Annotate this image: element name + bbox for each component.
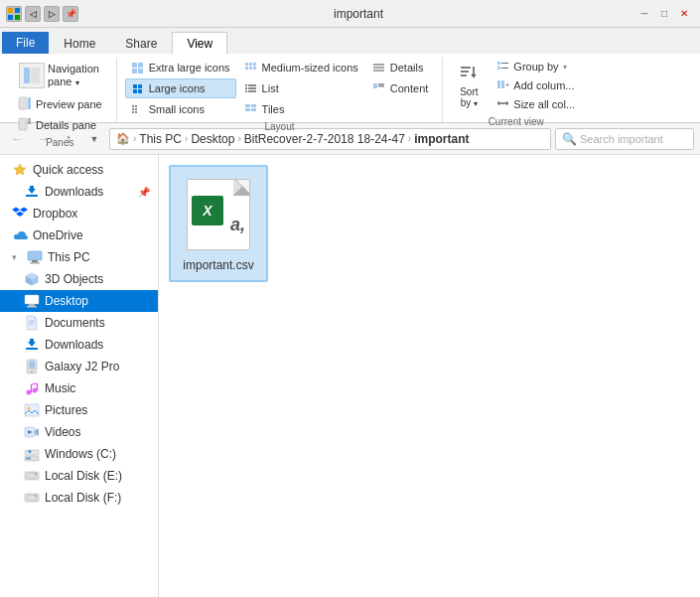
svg-marker-88: [35, 428, 39, 436]
extra-large-icons-btn[interactable]: Extra large icons: [125, 58, 236, 77]
medium-icon: [244, 61, 258, 75]
search-box[interactable]: 🔍 Search important: [555, 128, 694, 150]
sidebar-item-documents[interactable]: Documents: [0, 312, 158, 334]
forward-icon[interactable]: ▷: [44, 6, 60, 22]
svg-rect-47: [378, 85, 384, 87]
tab-share[interactable]: Share: [110, 32, 172, 54]
sidebar-item-galaxy[interactable]: Galaxy J2 Pro: [0, 356, 158, 377]
galaxy-label: Galaxy J2 Pro: [45, 360, 119, 373]
sidebar-item-downloads-pinned[interactable]: Downloads 📌: [0, 181, 158, 203]
breadcrumb-desktop[interactable]: Desktop: [191, 132, 234, 146]
details-label: Details: [390, 62, 424, 74]
svg-point-78: [31, 372, 33, 373]
sidebar-item-3d-objects[interactable]: 3D Objects: [0, 268, 158, 290]
tab-home[interactable]: Home: [49, 32, 110, 54]
svg-rect-75: [26, 348, 38, 350]
list-btn[interactable]: List: [238, 78, 364, 98]
svg-rect-60: [26, 195, 38, 197]
local-f-icon: [24, 490, 40, 506]
svg-rect-91: [26, 458, 31, 460]
medium-icons-btn[interactable]: Medium-sized icons: [238, 58, 364, 77]
svg-point-80: [27, 390, 32, 395]
3d-objects-label: 3D Objects: [45, 272, 103, 286]
svg-rect-26: [245, 63, 248, 66]
svg-rect-13: [138, 63, 143, 68]
tab-view[interactable]: View: [172, 32, 227, 55]
nav-pane-label2: pane ▾: [48, 75, 79, 88]
svg-rect-27: [249, 63, 252, 66]
svg-rect-15: [138, 69, 143, 74]
size-all-btn[interactable]: Size all col...: [490, 95, 581, 113]
details-pane-label: Details pane: [36, 119, 96, 131]
sidebar-item-onedrive[interactable]: OneDrive: [0, 224, 158, 246]
svg-rect-4: [24, 68, 30, 83]
sidebar-item-downloads[interactable]: Downloads: [0, 334, 158, 356]
add-columns-icon: +: [496, 79, 509, 91]
svg-rect-92: [25, 450, 39, 455]
minimize-btn[interactable]: ─: [634, 6, 654, 22]
svg-rect-85: [25, 404, 39, 416]
window-title: important: [86, 7, 630, 21]
sidebar-item-desktop[interactable]: Desktop: [0, 290, 158, 312]
svg-rect-1: [15, 8, 20, 13]
svg-point-81: [33, 388, 38, 393]
small-icons-btn[interactable]: Small icons: [125, 99, 236, 119]
sidebar-item-this-pc[interactable]: ▾ This PC: [0, 246, 158, 268]
windows-c-label: Windows (C:): [45, 447, 116, 461]
group-by-btn[interactable]: Group by ▾: [490, 58, 581, 75]
sidebar-item-quick-access[interactable]: Quick access: [0, 159, 158, 181]
svg-point-95: [35, 473, 37, 475]
file-item-important-csv[interactable]: X a, important.csv: [169, 165, 268, 282]
nav-pane-label: Navigation: [48, 63, 99, 75]
sidebar-item-dropbox[interactable]: Dropbox: [0, 203, 158, 224]
back-icon[interactable]: ◁: [25, 6, 41, 22]
svg-rect-23: [135, 108, 137, 110]
navigation-pane-btn[interactable]: Navigation pane ▾: [12, 58, 106, 93]
sidebar-item-local-e[interactable]: Local Disk (E:): [0, 465, 158, 487]
svg-rect-29: [245, 67, 248, 70]
large-icons-btn[interactable]: Large icons: [125, 78, 236, 98]
music-icon: [24, 380, 40, 396]
tab-file[interactable]: File: [2, 32, 49, 54]
svg-rect-7: [28, 97, 31, 109]
svg-rect-56: [501, 80, 504, 88]
sidebar-item-pictures[interactable]: Pictures: [0, 399, 158, 421]
svg-marker-61: [28, 186, 36, 194]
breadcrumb-important[interactable]: important: [414, 132, 469, 146]
local-e-icon: [24, 468, 40, 484]
ribbon-group-current-view: Sortby ▾ Group by ▾ + Add colum.: [443, 58, 589, 122]
breadcrumb-bitrecover[interactable]: BitRecover-2-7-2018 18-24-47: [244, 132, 405, 146]
extra-large-icon: [131, 61, 145, 75]
documents-icon: [24, 315, 40, 331]
downloads-icon: [24, 337, 40, 353]
sort-by-btn[interactable]: Sortby ▾: [451, 58, 487, 114]
maximize-btn[interactable]: □: [654, 6, 674, 22]
content-btn[interactable]: Content: [366, 78, 435, 98]
small-icons-icon: [131, 102, 145, 116]
close-btn[interactable]: ✕: [674, 6, 694, 22]
tiles-btn[interactable]: Tiles: [238, 99, 364, 119]
sidebar-item-music[interactable]: Music: [0, 377, 158, 399]
details-btn[interactable]: Details: [366, 58, 435, 77]
pin-icon[interactable]: 📌: [63, 6, 78, 22]
large-icons-icon: [131, 81, 145, 95]
tiles-label: Tiles: [262, 103, 285, 115]
svg-rect-5: [31, 68, 40, 83]
svg-rect-12: [132, 63, 137, 68]
add-columns-btn[interactable]: + Add colum...: [490, 76, 581, 94]
preview-pane-btn[interactable]: Preview pane: [12, 94, 108, 114]
excel-logo: X: [192, 196, 223, 225]
sidebar-item-local-f[interactable]: Local Disk (F:): [0, 487, 158, 509]
breadcrumb-this-pc[interactable]: This PC: [139, 132, 182, 146]
title-bar-icons: ◁ ▷ 📌: [6, 6, 78, 22]
ribbon-group-panes: Navigation pane ▾ Preview pane Details p…: [4, 58, 117, 122]
svg-rect-69: [25, 295, 39, 304]
svg-rect-70: [29, 304, 35, 306]
details-pane-btn[interactable]: Details pane: [12, 115, 102, 135]
documents-label: Documents: [45, 316, 105, 330]
main-content: Quick access Downloads 📌 Dropbox OneDriv…: [0, 155, 700, 597]
sidebar-item-videos[interactable]: Videos: [0, 421, 158, 443]
svg-rect-34: [245, 87, 247, 89]
breadcrumb-sep-2: ›: [237, 133, 240, 144]
sidebar-item-windows-c[interactable]: Windows (C:): [0, 443, 158, 465]
